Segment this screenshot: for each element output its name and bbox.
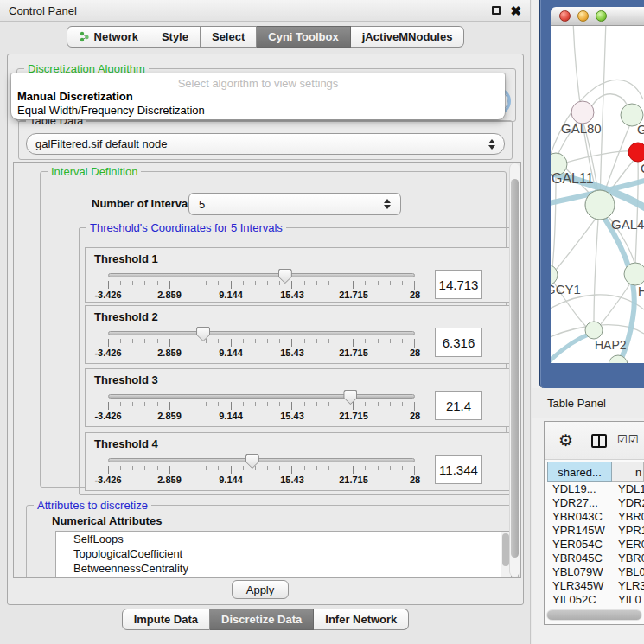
settings-scroll-pane: Interval Definition Number of Intervals … xyxy=(13,162,521,578)
numerical-attributes-label: Numerical Attributes xyxy=(52,514,162,527)
node-label-h: H xyxy=(638,284,644,298)
group-title: Threshold's Coordinates for 5 Intervals xyxy=(86,221,286,234)
tab-label: Cyni Toolbox xyxy=(268,30,338,43)
threshold-label: Threshold 4 xyxy=(94,437,158,450)
group-title: Interval Definition xyxy=(48,165,141,178)
column-header-shared-name[interactable]: shared... xyxy=(547,462,612,482)
tab-jactivemnodules[interactable]: jActiveMNodules xyxy=(351,26,465,48)
combo-arrows-icon xyxy=(488,139,495,150)
node-h[interactable] xyxy=(624,263,644,285)
minimize-traffic-light-icon[interactable] xyxy=(577,10,589,22)
table-row[interactable]: YBL079WYBL0 xyxy=(547,565,644,579)
table-row[interactable]: YIL052CYIL0 xyxy=(547,593,644,607)
threshold-4-slider[interactable]: -3.4262.8599.14415.4321.71528 xyxy=(108,454,415,487)
table-row[interactable]: YBR043CYBR0 xyxy=(547,510,644,524)
threshold-2-slider[interactable]: -3.4262.8599.14415.4321.71528 xyxy=(108,327,415,360)
tab-cyni-toolbox[interactable]: Cyni Toolbox xyxy=(257,26,350,48)
list-item[interactable]: SelfLoops xyxy=(56,532,511,546)
table-row[interactable]: YBR045CYBR0 xyxy=(547,552,644,565)
table-row[interactable]: YER054CYER0 xyxy=(547,538,644,552)
bottom-tab-bar: Impute Data Discretize Data Infer Networ… xyxy=(0,609,531,630)
tab-impute-data[interactable]: Impute Data xyxy=(122,609,210,630)
scrollbar-thumb[interactable] xyxy=(547,610,641,620)
split-columns-icon[interactable] xyxy=(591,434,607,448)
group-title: Attributes to discretize xyxy=(34,499,151,512)
network-window-titlebar xyxy=(551,7,644,26)
threshold-3-panel: Threshold 3 -3.4262.8599.14415.4321.7152… xyxy=(85,368,521,427)
top-tab-bar: Network Style Select Cyni Toolbox jActiv… xyxy=(0,26,531,48)
option-manual-discretization[interactable]: Manual Discretization xyxy=(14,89,502,104)
node-label-gcy1: GCY1 xyxy=(551,282,581,296)
table-row[interactable]: YLR345WYLR3 xyxy=(547,579,644,593)
tab-label: Select xyxy=(212,30,245,43)
slider-track[interactable] xyxy=(108,394,415,399)
threshold-label: Threshold 3 xyxy=(94,373,158,386)
close-icon[interactable]: ✖ xyxy=(510,4,521,17)
number-of-intervals-spinner[interactable]: 5 xyxy=(188,193,401,215)
algorithm-dropdown-popup: Select algorithm to view settings Manual… xyxy=(11,73,505,119)
panel-title: Control Panel xyxy=(9,4,77,17)
list-item[interactable]: TopologicalCoefficient xyxy=(56,546,511,561)
threshold-1-slider[interactable]: -3.4262.8599.14415.4321.71528 xyxy=(108,269,415,302)
numerical-attributes-list[interactable]: SelfLoops TopologicalCoefficient Between… xyxy=(55,531,512,578)
threshold-2-value-field[interactable] xyxy=(435,328,482,357)
slider-ticks xyxy=(108,402,415,411)
node-label-hap2: HAP2 xyxy=(595,338,627,352)
slider-track[interactable] xyxy=(108,458,415,462)
settings-vertical-scrollbar[interactable] xyxy=(509,163,520,577)
node-selected-red[interactable] xyxy=(628,143,644,162)
tab-discretize-data[interactable]: Discretize Data xyxy=(210,609,314,630)
tab-network[interactable]: Network xyxy=(67,26,150,48)
slider-track[interactable] xyxy=(108,273,415,277)
thresholds-group: Threshold's Coordinates for 5 Intervals … xyxy=(79,227,521,495)
node-gal4[interactable] xyxy=(585,190,615,220)
zoom-traffic-light-icon[interactable] xyxy=(596,10,607,22)
threshold-4-value-field[interactable] xyxy=(435,455,482,484)
threshold-2-panel: Threshold 2 -3.4262.8599.14415.4321.7152… xyxy=(85,305,521,364)
table-data-selected-value: galFiltered.sif default node xyxy=(35,137,167,150)
table-data-group: Table Data galFiltered.sif default node xyxy=(18,120,513,160)
cyni-toolbox-panel: Discretization Algorithm Select algorith… xyxy=(7,54,524,605)
tab-label: Network xyxy=(94,30,138,43)
table-panel-title: Table Panel xyxy=(547,397,606,410)
table-data-select[interactable]: galFiltered.sif default node xyxy=(26,133,505,155)
tab-infer-network[interactable]: Infer Network xyxy=(314,609,409,630)
threshold-1-value-field[interactable] xyxy=(435,270,482,299)
app-root: Control Panel ✖ Network Styl xyxy=(0,0,644,644)
slider-tick-labels: -3.4262.8599.14415.4321.71528 xyxy=(108,411,415,421)
tab-select[interactable]: Select xyxy=(201,26,257,48)
threshold-3-value-field[interactable] xyxy=(435,391,482,420)
tab-label: Discretize Data xyxy=(221,613,302,626)
node-label-gal80: GAL80 xyxy=(561,121,602,136)
tab-label: Style xyxy=(162,30,188,43)
threshold-3-slider[interactable]: -3.4262.8599.14415.4321.71528 xyxy=(108,390,415,423)
gear-icon[interactable]: ⚙ xyxy=(558,430,573,450)
option-equal-width-frequency[interactable]: Equal Width/Frequency Discretization xyxy=(14,103,502,118)
float-window-icon[interactable] xyxy=(492,6,501,15)
node-label-gal11: GAL11 xyxy=(552,171,594,186)
apply-button[interactable]: Apply xyxy=(232,580,289,599)
node-hap2[interactable] xyxy=(585,322,603,339)
table-row[interactable]: YDR27...YDR2 xyxy=(547,496,644,510)
tab-style[interactable]: Style xyxy=(150,26,201,48)
close-traffic-light-icon[interactable] xyxy=(559,10,571,22)
dropdown-hint: Select algorithm to view settings xyxy=(11,77,505,90)
tab-label: jActiveMNodules xyxy=(362,30,453,43)
scrollbar-thumb[interactable] xyxy=(511,179,519,558)
slider-ticks xyxy=(108,466,415,475)
list-item[interactable]: BetweennessCentrality xyxy=(56,561,511,576)
table-horizontal-scrollbar[interactable] xyxy=(546,609,642,621)
network-icon xyxy=(79,31,90,42)
table-row[interactable]: YDL19...YDL1 xyxy=(547,482,644,496)
column-header-name[interactable]: n xyxy=(612,462,644,482)
slider-track[interactable] xyxy=(108,331,415,335)
table-row[interactable]: YPR145WYPR1 xyxy=(547,524,644,538)
slider-tick-labels: -3.4262.8599.14415.4321.71528 xyxy=(108,290,415,300)
slider-ticks xyxy=(108,281,415,290)
network-canvas[interactable]: GAL80 G C GAL11 GAL4 GCY1 H HAP2 xyxy=(551,26,644,363)
select-columns-icon[interactable]: ☑☑ xyxy=(617,433,639,446)
spinner-arrows-icon xyxy=(384,199,391,209)
number-of-intervals-label: Number of Intervals xyxy=(92,197,197,210)
network-window: GAL80 G C GAL11 GAL4 GCY1 H HAP2 xyxy=(539,0,644,388)
slider-ticks xyxy=(108,339,415,348)
